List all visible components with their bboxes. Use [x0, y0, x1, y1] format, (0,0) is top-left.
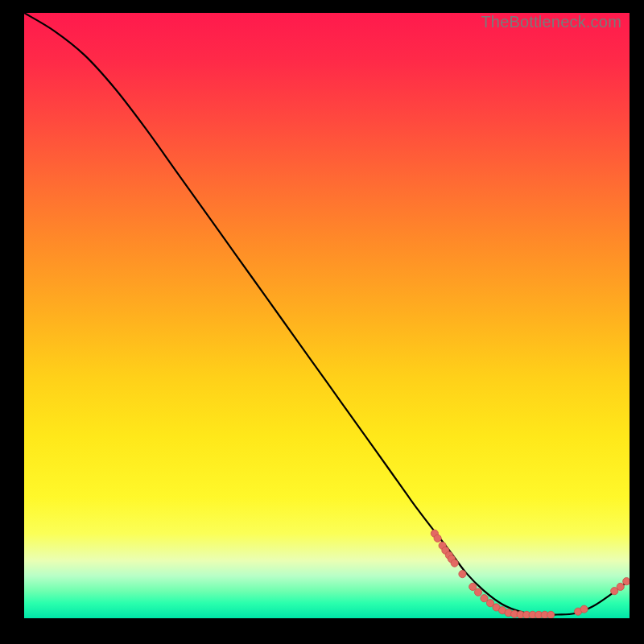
data-point: [517, 611, 524, 618]
chart-plot-area: TheBottleneck.com: [24, 13, 630, 618]
data-point: [574, 608, 581, 615]
data-point: [541, 611, 548, 618]
data-point: [529, 611, 536, 618]
chart-svg: [24, 13, 630, 618]
data-point: [505, 609, 512, 617]
data-point: [623, 578, 630, 585]
data-point: [474, 588, 481, 596]
data-points: [431, 530, 630, 618]
data-point: [523, 611, 530, 618]
data-point: [481, 595, 488, 602]
data-point: [498, 607, 506, 614]
data-point: [442, 547, 449, 554]
data-point: [448, 555, 455, 563]
data-point: [493, 604, 500, 611]
data-point: [511, 610, 518, 617]
data-point: [535, 611, 543, 618]
data-point: [459, 571, 466, 578]
data-point: [469, 583, 477, 590]
data-point: [611, 588, 618, 595]
data-point: [451, 559, 458, 567]
data-point: [434, 535, 441, 542]
data-point: [445, 551, 452, 559]
data-point: [439, 542, 446, 549]
chart-frame: TheBottleneck.com: [0, 0, 644, 644]
data-point: [580, 605, 588, 613]
data-point: [617, 583, 624, 590]
data-point: [486, 600, 493, 607]
data-point: [547, 611, 555, 618]
data-point: [431, 530, 438, 537]
watermark-text: TheBottleneck.com: [481, 13, 621, 31]
bottleneck-curve: [24, 13, 630, 615]
